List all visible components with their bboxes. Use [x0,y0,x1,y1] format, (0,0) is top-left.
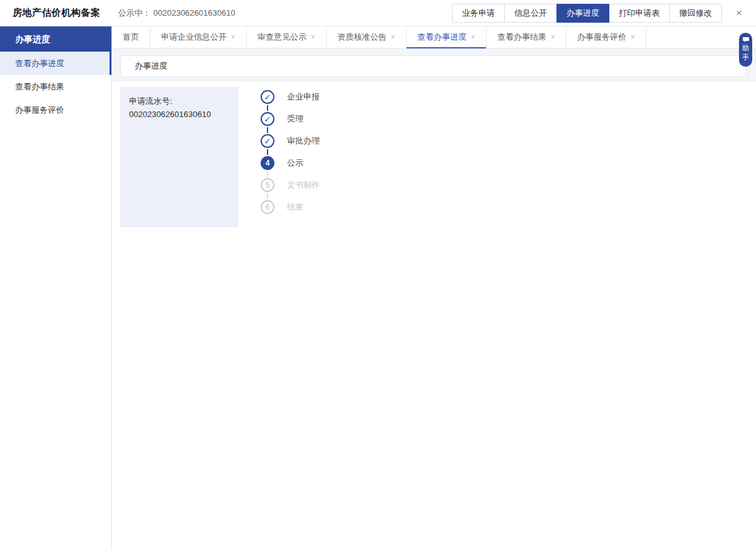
step-enterprise-declaration: ✓ 企业申报 [261,90,320,112]
step-label: 文书制作 [287,178,320,192]
step-label: 受理 [287,112,303,126]
main-area: 首页 申请企业信息公开 × 审查意见公示 × 资质核准公告 × 查看办事进度 ×… [112,26,756,549]
content-area: 申请流水号: 002023062601630610 ✓ 企业申报 ✓ 受 [112,82,756,549]
step-label: 公示 [287,156,303,170]
header-action-group: 业务申请 信息公开 办事进度 打印申请表 撤回修改 [452,4,722,23]
assistant-label-char2: 手 [742,54,749,62]
step-number: 6 [261,200,274,214]
tab-close-icon[interactable]: × [631,33,635,41]
tab-review-opinion[interactable]: 审查意见公示 × [247,26,327,48]
step-connector [267,127,268,133]
app-header: 房地产估价机构备案 公示中：002023062601630610 业务申请 信息… [0,0,756,26]
title-band: 办事进度 [112,48,756,82]
tab-label: 申请企业信息公开 [161,31,227,43]
application-serial-box: 申请流水号: 002023062601630610 [120,87,239,227]
step-rail: ✓ [261,90,274,112]
tab-close-icon[interactable]: × [231,33,235,41]
step-rail: 6 [261,200,274,214]
panel-title: 办事进度 [120,55,747,77]
withdraw-modify-button[interactable]: 撤回修改 [669,4,722,23]
step-label: 企业申报 [287,90,320,104]
tab-apply-info-disclosure[interactable]: 申请企业信息公开 × [150,26,247,48]
sidebar-item-view-result[interactable]: 查看办事结果 [0,75,111,98]
step-acceptance: ✓ 受理 [261,112,320,134]
check-icon: ✓ [261,112,274,126]
sidebar: 办事进度 查看办事进度 查看办事结果 办事服务评价 [0,26,112,549]
tab-label: 办事服务评价 [577,31,626,43]
tab-label: 首页 [123,31,139,43]
step-rail: 5 [261,178,274,200]
tab-home[interactable]: 首页 [112,26,150,48]
step-finish: 6 结束 [261,200,320,214]
info-disclosure-button[interactable]: 信息公开 [504,4,557,23]
step-rail: ✓ [261,134,274,156]
tab-view-result[interactable]: 查看办事结果 × [487,26,567,48]
status-text: 公示中：002023062601630610 [118,8,235,19]
serial-label: 申请流水号: [129,94,230,108]
tab-close-icon[interactable]: × [551,33,555,41]
sidebar-header: 办事进度 [0,26,111,52]
assistant-label-char1: 助 [742,44,749,52]
step-connector [267,149,268,155]
check-icon: ✓ [261,134,274,148]
close-icon[interactable]: × [732,6,746,20]
tab-close-icon[interactable]: × [311,33,315,41]
tab-label: 审查意见公示 [257,31,307,43]
tab-bar: 首页 申请企业信息公开 × 审查意见公示 × 资质核准公告 × 查看办事进度 ×… [112,26,756,48]
step-document-creation: 5 文书制作 [261,178,320,200]
tab-service-review[interactable]: 办事服务评价 × [567,26,646,48]
serial-number: 002023062601630610 [154,8,235,18]
step-number: 5 [261,178,274,192]
step-number: 4 [261,156,274,170]
step-connector [267,105,268,111]
tab-view-progress[interactable]: 查看办事进度 × [407,26,487,48]
progress-stepper: ✓ 企业申报 ✓ 受理 ✓ 审批 [261,87,320,549]
layout: 办事进度 查看办事进度 查看办事结果 办事服务评价 首页 申请企业信息公开 × … [0,26,756,549]
tab-qualification-notice[interactable]: 资质核准公告 × [327,26,407,48]
chat-bubble-icon [743,37,749,43]
progress-button[interactable]: 办事进度 [556,4,609,23]
business-apply-button[interactable]: 业务申请 [452,4,505,23]
check-icon: ✓ [261,90,274,104]
step-label: 审批办理 [287,134,320,148]
tab-close-icon[interactable]: × [471,33,475,41]
step-rail: ✓ [261,112,274,134]
status-label: 公示中： [118,8,151,18]
sidebar-item-view-progress[interactable]: 查看办事进度 [0,52,111,75]
page-title: 房地产估价机构备案 [13,7,101,19]
step-approval: ✓ 审批办理 [261,134,320,156]
sidebar-item-service-review[interactable]: 办事服务评价 [0,98,111,122]
step-label: 结束 [287,200,303,214]
assistant-widget[interactable]: 助 手 [739,33,752,67]
print-application-button[interactable]: 打印申请表 [609,4,670,23]
step-connector [267,171,268,177]
serial-value: 002023062601630610 [129,108,230,121]
tab-close-icon[interactable]: × [391,33,395,41]
tab-label: 查看办事进度 [417,31,466,43]
step-connector [267,193,268,199]
step-rail: 4 [261,156,274,178]
tab-label: 资质核准公告 [337,31,386,43]
step-publicity: 4 公示 [261,156,320,178]
tab-label: 查看办事结果 [497,31,546,43]
